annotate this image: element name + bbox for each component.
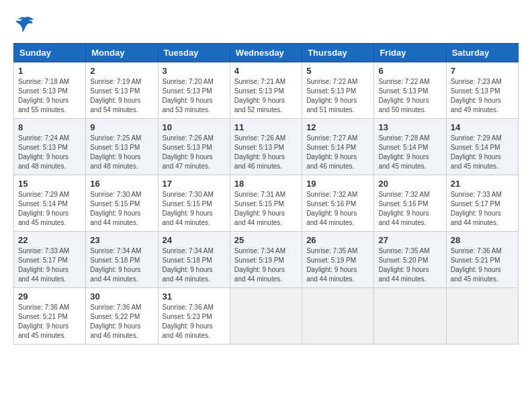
calendar-day-cell: 24Sunrise: 7:34 AMSunset: 5:18 PMDayligh… [158, 232, 230, 288]
day-info: Sunrise: 7:26 AMSunset: 5:13 PMDaylight:… [163, 134, 226, 171]
calendar-day-cell: 13Sunrise: 7:28 AMSunset: 5:14 PMDayligh… [374, 119, 446, 175]
day-number: 12 [306, 122, 369, 132]
weekday-header-thursday: Thursday [302, 44, 374, 62]
day-info: Sunrise: 7:36 AMSunset: 5:22 PMDaylight:… [90, 303, 153, 340]
day-number: 31 [163, 291, 226, 302]
calendar-day-cell: 18Sunrise: 7:31 AMSunset: 5:15 PMDayligh… [230, 175, 302, 232]
calendar-table: SundayMondayTuesdayWednesdayThursdayFrid… [13, 43, 519, 345]
day-info: Sunrise: 7:28 AMSunset: 5:14 PMDaylight:… [378, 134, 441, 171]
day-number: 26 [306, 235, 369, 245]
day-number: 29 [18, 291, 81, 302]
day-number: 3 [163, 66, 226, 76]
day-info: Sunrise: 7:31 AMSunset: 5:15 PMDaylight:… [234, 190, 298, 228]
calendar-empty-cell [374, 288, 446, 345]
day-info: Sunrise: 7:36 AMSunset: 5:21 PMDaylight:… [451, 246, 514, 284]
calendar-day-cell: 1Sunrise: 7:18 AMSunset: 5:13 PMDaylight… [14, 62, 86, 119]
day-number: 8 [18, 122, 81, 132]
calendar-day-cell: 30Sunrise: 7:36 AMSunset: 5:22 PMDayligh… [86, 288, 158, 345]
calendar-day-cell: 12Sunrise: 7:27 AMSunset: 5:14 PMDayligh… [302, 119, 374, 175]
calendar-day-cell: 7Sunrise: 7:23 AMSunset: 5:13 PMDaylight… [446, 62, 518, 119]
day-info: Sunrise: 7:23 AMSunset: 5:13 PMDaylight:… [451, 77, 514, 115]
day-info: Sunrise: 7:34 AMSunset: 5:18 PMDaylight:… [90, 246, 153, 284]
weekday-header-friday: Friday [374, 44, 446, 62]
calendar-day-cell: 22Sunrise: 7:33 AMSunset: 5:17 PMDayligh… [14, 232, 86, 288]
day-number: 7 [451, 66, 514, 76]
day-number: 5 [306, 66, 369, 76]
calendar-day-cell: 6Sunrise: 7:22 AMSunset: 5:13 PMDaylight… [374, 62, 446, 119]
day-info: Sunrise: 7:22 AMSunset: 5:13 PMDaylight:… [306, 77, 369, 115]
day-number: 1 [18, 66, 81, 76]
calendar-empty-cell [230, 288, 302, 345]
day-number: 9 [90, 122, 153, 132]
day-info: Sunrise: 7:33 AMSunset: 5:17 PMDaylight:… [18, 246, 81, 284]
weekday-header-sunday: Sunday [14, 44, 86, 62]
day-number: 17 [163, 179, 226, 189]
day-info: Sunrise: 7:24 AMSunset: 5:13 PMDaylight:… [18, 134, 81, 171]
day-number: 23 [90, 235, 153, 245]
day-info: Sunrise: 7:32 AMSunset: 5:16 PMDaylight:… [306, 190, 369, 228]
weekday-header-tuesday: Tuesday [158, 44, 230, 62]
day-info: Sunrise: 7:29 AMSunset: 5:14 PMDaylight:… [451, 134, 514, 171]
day-number: 4 [234, 66, 298, 76]
day-number: 24 [163, 235, 226, 245]
calendar-day-cell: 17Sunrise: 7:30 AMSunset: 5:15 PMDayligh… [158, 175, 230, 232]
day-number: 14 [451, 122, 514, 132]
day-number: 10 [163, 122, 226, 132]
day-number: 21 [451, 179, 514, 189]
calendar-day-cell: 5Sunrise: 7:22 AMSunset: 5:13 PMDaylight… [302, 62, 374, 119]
calendar-day-cell: 3Sunrise: 7:20 AMSunset: 5:13 PMDaylight… [158, 62, 230, 119]
calendar-day-cell: 25Sunrise: 7:34 AMSunset: 5:19 PMDayligh… [230, 232, 302, 288]
day-number: 22 [18, 235, 81, 245]
weekday-header-wednesday: Wednesday [230, 44, 302, 62]
calendar-day-cell: 4Sunrise: 7:21 AMSunset: 5:13 PMDaylight… [230, 62, 302, 119]
day-info: Sunrise: 7:33 AMSunset: 5:17 PMDaylight:… [451, 190, 514, 228]
day-info: Sunrise: 7:20 AMSunset: 5:13 PMDaylight:… [163, 77, 226, 115]
calendar-day-cell: 28Sunrise: 7:36 AMSunset: 5:21 PMDayligh… [446, 232, 518, 288]
day-info: Sunrise: 7:34 AMSunset: 5:18 PMDaylight:… [163, 246, 226, 284]
day-info: Sunrise: 7:35 AMSunset: 5:19 PMDaylight:… [306, 246, 369, 284]
calendar-day-cell: 23Sunrise: 7:34 AMSunset: 5:18 PMDayligh… [86, 232, 158, 288]
logo [13, 13, 35, 36]
calendar-week-row: 29Sunrise: 7:36 AMSunset: 5:21 PMDayligh… [14, 288, 519, 345]
day-info: Sunrise: 7:21 AMSunset: 5:13 PMDaylight:… [234, 77, 298, 115]
day-info: Sunrise: 7:27 AMSunset: 5:14 PMDaylight:… [306, 134, 369, 171]
calendar-day-cell: 16Sunrise: 7:30 AMSunset: 5:15 PMDayligh… [86, 175, 158, 232]
calendar-week-row: 8Sunrise: 7:24 AMSunset: 5:13 PMDaylight… [14, 119, 519, 175]
calendar-day-cell: 8Sunrise: 7:24 AMSunset: 5:13 PMDaylight… [14, 119, 86, 175]
day-info: Sunrise: 7:30 AMSunset: 5:15 PMDaylight:… [90, 190, 153, 228]
day-info: Sunrise: 7:32 AMSunset: 5:16 PMDaylight:… [378, 190, 441, 228]
day-info: Sunrise: 7:36 AMSunset: 5:21 PMDaylight:… [18, 303, 81, 340]
day-info: Sunrise: 7:26 AMSunset: 5:13 PMDaylight:… [234, 134, 298, 171]
calendar-day-cell: 2Sunrise: 7:19 AMSunset: 5:13 PMDaylight… [86, 62, 158, 119]
day-info: Sunrise: 7:29 AMSunset: 5:14 PMDaylight:… [18, 190, 81, 228]
day-number: 19 [306, 179, 369, 189]
day-info: Sunrise: 7:19 AMSunset: 5:13 PMDaylight:… [90, 77, 153, 115]
calendar-day-cell: 27Sunrise: 7:35 AMSunset: 5:20 PMDayligh… [374, 232, 446, 288]
day-number: 30 [90, 291, 153, 302]
calendar-day-cell: 29Sunrise: 7:36 AMSunset: 5:21 PMDayligh… [14, 288, 86, 345]
calendar-day-cell: 19Sunrise: 7:32 AMSunset: 5:16 PMDayligh… [302, 175, 374, 232]
calendar-empty-cell [302, 288, 374, 345]
day-info: Sunrise: 7:18 AMSunset: 5:13 PMDaylight:… [18, 77, 81, 115]
calendar-day-cell: 14Sunrise: 7:29 AMSunset: 5:14 PMDayligh… [446, 119, 518, 175]
day-number: 25 [234, 235, 298, 245]
day-number: 28 [451, 235, 514, 245]
calendar-week-row: 22Sunrise: 7:33 AMSunset: 5:17 PMDayligh… [14, 232, 519, 288]
day-number: 20 [378, 179, 441, 189]
day-info: Sunrise: 7:30 AMSunset: 5:15 PMDaylight:… [163, 190, 226, 228]
day-number: 6 [378, 66, 441, 76]
day-number: 11 [234, 122, 298, 132]
calendar-day-cell: 26Sunrise: 7:35 AMSunset: 5:19 PMDayligh… [302, 232, 374, 288]
calendar-day-cell: 10Sunrise: 7:26 AMSunset: 5:13 PMDayligh… [158, 119, 230, 175]
calendar-day-cell: 31Sunrise: 7:36 AMSunset: 5:23 PMDayligh… [158, 288, 230, 345]
day-info: Sunrise: 7:36 AMSunset: 5:23 PMDaylight:… [163, 303, 226, 340]
calendar-day-cell: 20Sunrise: 7:32 AMSunset: 5:16 PMDayligh… [374, 175, 446, 232]
calendar-day-cell: 11Sunrise: 7:26 AMSunset: 5:13 PMDayligh… [230, 119, 302, 175]
weekday-header-row: SundayMondayTuesdayWednesdayThursdayFrid… [14, 44, 519, 62]
day-info: Sunrise: 7:22 AMSunset: 5:13 PMDaylight:… [378, 77, 441, 115]
calendar-empty-cell [446, 288, 518, 345]
page-header [13, 13, 519, 36]
day-number: 18 [234, 179, 298, 189]
weekday-header-saturday: Saturday [446, 44, 518, 62]
day-number: 15 [18, 179, 81, 189]
